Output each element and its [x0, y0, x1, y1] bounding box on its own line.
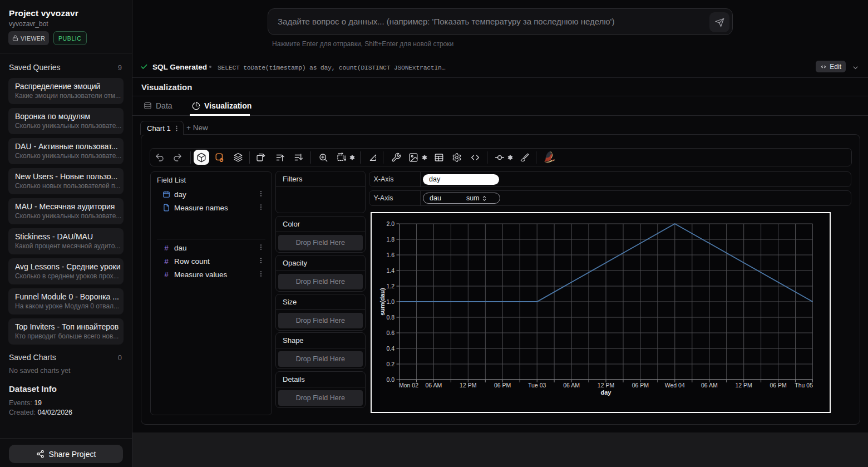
svg-text:1.8: 1.8	[386, 235, 394, 242]
svg-text:0.2: 0.2	[386, 360, 394, 367]
svg-text:1.2: 1.2	[386, 282, 394, 289]
svg-text:Mon 02: Mon 02	[399, 382, 418, 389]
svg-text:day: day	[601, 389, 612, 396]
svg-text:06 AM: 06 AM	[426, 382, 442, 389]
svg-text:06 PM: 06 PM	[770, 382, 786, 389]
svg-text:1.0: 1.0	[386, 298, 394, 304]
svg-text:0.6: 0.6	[386, 329, 394, 336]
svg-text:2.0: 2.0	[386, 220, 394, 227]
svg-text:0.4: 0.4	[386, 345, 394, 351]
svg-text:06 AM: 06 AM	[563, 382, 580, 389]
svg-text:sum(dau): sum(dau)	[379, 287, 386, 315]
svg-text:0.0: 0.0	[386, 376, 394, 382]
svg-text:Tue 03: Tue 03	[528, 382, 546, 389]
svg-text:12 PM: 12 PM	[598, 382, 614, 389]
svg-text:12 PM: 12 PM	[736, 382, 752, 389]
svg-text:Thu 05: Thu 05	[795, 382, 813, 389]
svg-text:06 PM: 06 PM	[494, 382, 511, 389]
svg-text:12 PM: 12 PM	[460, 382, 476, 389]
svg-text:0.8: 0.8	[386, 313, 394, 320]
svg-text:06 AM: 06 AM	[701, 382, 718, 389]
svg-text:06 PM: 06 PM	[632, 382, 649, 389]
svg-text:Wed 04: Wed 04	[665, 382, 685, 389]
svg-text:1.4: 1.4	[386, 267, 394, 273]
svg-text:1.6: 1.6	[386, 251, 394, 258]
